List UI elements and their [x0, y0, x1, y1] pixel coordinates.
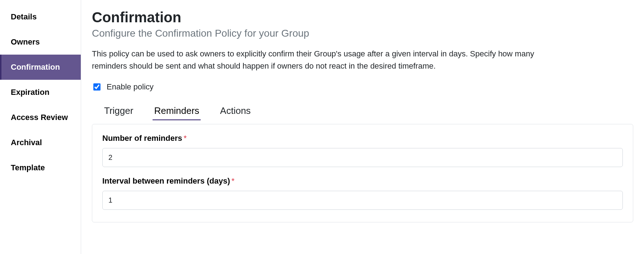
- reminders-panel: Number of reminders* Interval between re…: [92, 124, 633, 222]
- num-reminders-label: Number of reminders*: [102, 134, 623, 143]
- page-title: Confirmation: [92, 9, 633, 26]
- required-mark: *: [232, 176, 235, 185]
- required-mark: *: [184, 134, 187, 143]
- sidebar-item-details[interactable]: Details: [0, 4, 81, 29]
- sidebar-item-archival[interactable]: Archival: [0, 130, 81, 155]
- sidebar-item-confirmation[interactable]: Confirmation: [0, 55, 81, 80]
- sidebar-item-expiration[interactable]: Expiration: [0, 80, 81, 105]
- sidebar: Details Owners Confirmation Expiration A…: [0, 0, 81, 254]
- policy-tabs: Trigger Reminders Actions: [92, 102, 633, 120]
- page-description: This policy can be used to ask owners to…: [92, 48, 566, 72]
- sidebar-item-access-review[interactable]: Access Review: [0, 105, 81, 130]
- tab-trigger[interactable]: Trigger: [103, 102, 135, 120]
- enable-policy-label: Enable policy: [107, 82, 154, 92]
- interval-label: Interval between reminders (days)*: [102, 176, 623, 186]
- sidebar-item-template[interactable]: Template: [0, 155, 81, 180]
- enable-policy-row: Enable policy: [92, 82, 633, 92]
- interval-input[interactable]: [102, 191, 623, 210]
- main-content: Confirmation Configure the Confirmation …: [81, 0, 644, 254]
- page-subtitle: Configure the Confirmation Policy for yo…: [92, 28, 633, 39]
- sidebar-item-owners[interactable]: Owners: [0, 29, 81, 55]
- num-reminders-input[interactable]: [102, 148, 623, 167]
- enable-policy-checkbox[interactable]: [93, 83, 101, 91]
- tab-reminders[interactable]: Reminders: [153, 102, 201, 120]
- tab-actions[interactable]: Actions: [219, 102, 252, 120]
